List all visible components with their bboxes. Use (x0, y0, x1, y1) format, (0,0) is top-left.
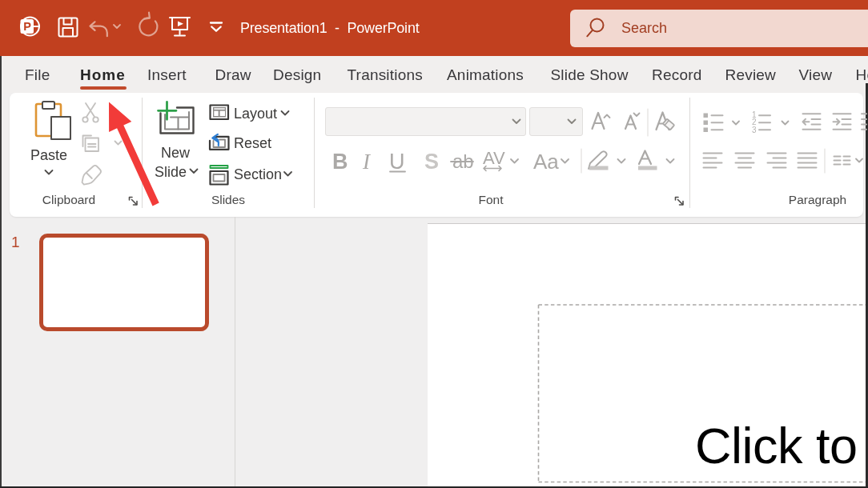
svg-text:U: U (389, 150, 405, 174)
svg-text:P: P (23, 20, 31, 33)
svg-text:B: B (332, 150, 348, 174)
svg-text:I: I (362, 150, 372, 174)
svg-text:S: S (424, 150, 439, 174)
svg-text:Aa: Aa (533, 150, 559, 174)
svg-text:AV: AV (483, 148, 505, 168)
svg-text:3: 3 (752, 126, 757, 134)
